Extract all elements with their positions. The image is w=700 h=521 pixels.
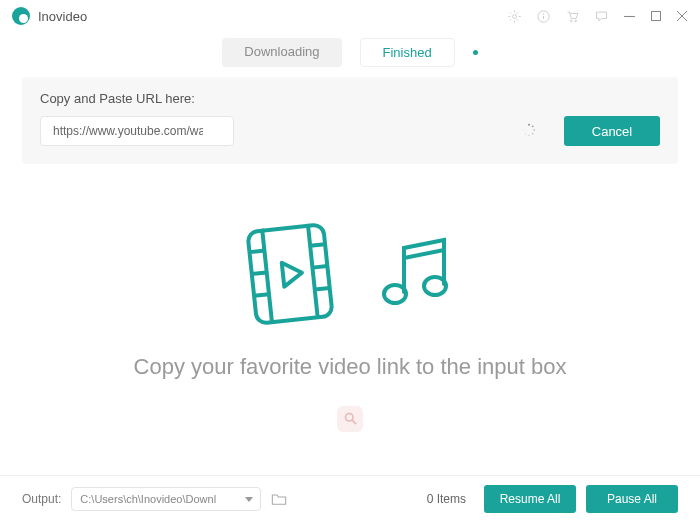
url-input-wrap [40,116,546,146]
app-logo-icon [12,7,30,25]
svg-point-12 [533,129,535,131]
resume-all-button[interactable]: Resume All [484,485,576,513]
svg-line-26 [315,287,330,289]
tagline: Copy your favorite video link to the inp… [134,354,567,380]
output-label: Output: [22,492,61,506]
svg-point-11 [532,125,534,127]
url-label: Copy and Paste URL here: [40,91,660,106]
svg-point-17 [525,126,526,127]
pause-all-button[interactable]: Pause All [586,485,678,513]
svg-point-13 [532,133,534,135]
maximize-icon[interactable] [650,10,662,22]
svg-point-4 [570,20,572,22]
music-note-icon [370,228,460,318]
svg-line-30 [404,250,444,258]
output-path-text: C:\Users\ch\Inovideo\Downl [80,493,216,505]
film-icon [240,218,340,328]
svg-point-3 [543,13,544,14]
tab-downloading[interactable]: Downloading [222,38,341,67]
main-content: Copy your favorite video link to the inp… [0,174,700,475]
search-icon [337,406,363,432]
svg-line-32 [352,420,356,424]
svg-line-22 [252,272,267,274]
svg-point-28 [384,285,406,303]
svg-line-20 [308,223,318,316]
svg-line-21 [249,250,264,252]
url-panel: Copy and Paste URL here: Cancel [22,77,678,164]
svg-line-25 [312,266,327,268]
items-count: 0 Items [427,492,466,506]
svg-line-19 [262,228,272,321]
svg-point-0 [513,14,517,18]
tab-finished[interactable]: Finished [360,38,455,67]
svg-line-24 [310,244,325,246]
svg-point-16 [523,129,524,130]
svg-line-23 [254,294,269,296]
svg-point-5 [575,20,577,22]
tabs: Downloading Finished [0,32,700,77]
placeholder-illustration [240,218,460,328]
svg-point-15 [525,133,526,134]
loading-spinner-icon [522,123,536,137]
cancel-button[interactable]: Cancel [564,116,660,146]
url-input[interactable] [40,116,234,146]
svg-point-29 [424,277,446,295]
notification-dot-icon [473,50,478,55]
close-icon[interactable] [676,10,688,22]
svg-point-31 [345,414,353,422]
cart-icon[interactable] [565,9,580,24]
chat-icon[interactable] [594,9,609,24]
svg-point-10 [528,124,530,126]
output-path-select[interactable]: C:\Users\ch\Inovideo\Downl [71,487,261,511]
footer: Output: C:\Users\ch\Inovideo\Downl 0 Ite… [0,475,700,521]
svg-marker-27 [282,260,303,286]
minimize-icon[interactable] [623,10,636,23]
app-title: Inovideo [38,9,87,24]
gear-icon[interactable] [507,9,522,24]
svg-point-14 [528,135,529,136]
svg-rect-7 [652,12,661,21]
info-icon[interactable] [536,9,551,24]
open-folder-button[interactable] [271,492,287,506]
titlebar: Inovideo [0,0,700,32]
